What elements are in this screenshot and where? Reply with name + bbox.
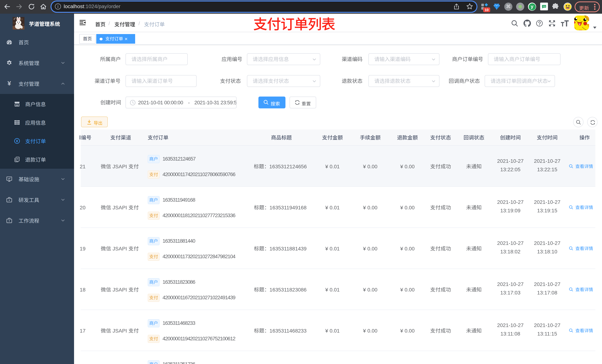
svg-text:¥: ¥ [16, 139, 18, 143]
